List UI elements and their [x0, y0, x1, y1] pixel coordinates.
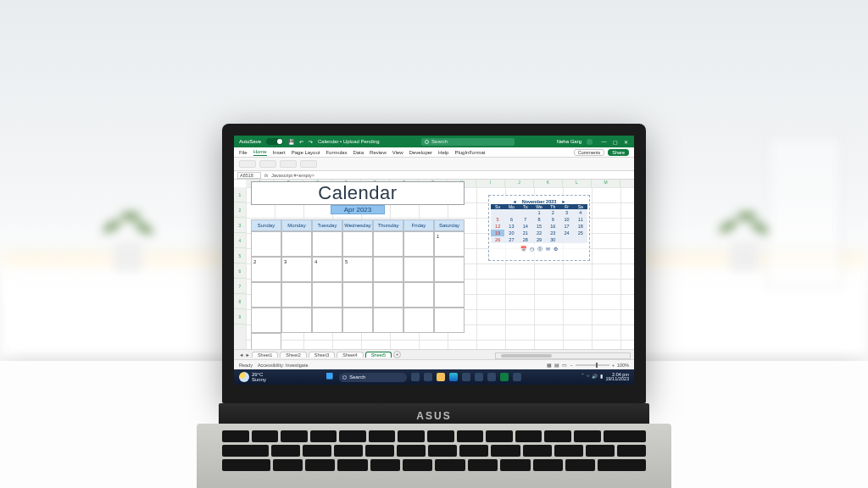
tab-file[interactable]: File	[239, 150, 248, 155]
zoom-slider[interactable]	[576, 364, 609, 366]
row-header[interactable]: 1	[234, 187, 246, 202]
date-picker-day[interactable]: 28	[519, 236, 532, 243]
sheet-tab[interactable]: Sheet2	[280, 352, 306, 358]
taskview-icon[interactable]	[411, 373, 420, 381]
row-header[interactable]: 2	[234, 202, 246, 218]
zoom-in-icon[interactable]: +	[612, 363, 615, 368]
add-sheet-button[interactable]: +	[393, 351, 401, 358]
ribbon-group[interactable]	[239, 160, 256, 168]
horizontal-scrollbar[interactable]	[495, 352, 631, 359]
calendar-cell[interactable]: 5	[342, 257, 373, 282]
sheet-tab[interactable]: Sheet5	[365, 352, 392, 358]
calendar-cell[interactable]	[281, 282, 312, 308]
date-picker-day[interactable]: 2	[546, 209, 559, 216]
sheet-nav-prev[interactable]: ◄	[239, 352, 243, 358]
calendar-cell[interactable]: 2	[251, 257, 281, 282]
ribbon-group[interactable]	[300, 160, 317, 168]
calendar-cell[interactable]	[251, 231, 281, 257]
date-picker-day[interactable]	[491, 209, 504, 216]
view-break-icon[interactable]: ▭	[562, 363, 567, 368]
calendar-cell[interactable]	[281, 231, 312, 257]
row-header[interactable]: 5	[234, 248, 246, 263]
date-picker-day[interactable]: 10	[559, 216, 573, 223]
calendar-cell[interactable]: 4	[312, 257, 342, 282]
date-picker-control-icon[interactable]: 📅	[520, 246, 526, 253]
date-picker-day[interactable]: 9	[546, 216, 559, 223]
date-picker-control-icon[interactable]: ⓪	[537, 246, 542, 253]
maximize-button[interactable]: ▢	[612, 139, 618, 145]
row-header[interactable]: 3	[234, 218, 246, 233]
worksheet-grid[interactable]: ABCDEFGHIJKLM 123456789 Calendar Apr 202…	[234, 180, 634, 369]
tab-plugin[interactable]: PlugInFormat	[454, 150, 485, 155]
calendar-cell[interactable]	[342, 231, 373, 257]
date-picker-day[interactable]: 13	[504, 223, 518, 230]
redo-icon[interactable]: ↷	[309, 139, 313, 145]
name-box[interactable]: A8518	[237, 172, 261, 179]
calendar-cell[interactable]	[251, 308, 281, 333]
calendar-cell[interactable]	[342, 282, 373, 308]
close-button[interactable]: ✕	[623, 139, 629, 145]
date-picker-day[interactable]	[559, 236, 573, 243]
ribbon-group[interactable]	[280, 160, 297, 168]
sheet-tab[interactable]: Sheet4	[337, 352, 363, 358]
date-picker-day[interactable]: 25	[574, 230, 587, 236]
date-picker-day[interactable]: 19	[491, 230, 504, 236]
calendar-cell[interactable]	[312, 308, 342, 333]
date-picker-day[interactable]: 1	[532, 209, 546, 216]
date-picker-day[interactable]: 20	[504, 230, 518, 236]
store-icon[interactable]	[462, 373, 470, 381]
tray-chevron-icon[interactable]: ˄	[581, 374, 584, 380]
tab-view[interactable]: View	[392, 150, 403, 155]
titlebar-search[interactable]: Search	[421, 138, 515, 146]
calendar-cell[interactable]	[373, 257, 403, 282]
tab-formulas[interactable]: Formulas	[326, 150, 347, 155]
taskbar-app-icon[interactable]	[475, 373, 483, 381]
calendar-cell[interactable]	[251, 282, 281, 308]
column-header[interactable]: I	[476, 180, 505, 187]
calendar-cell[interactable]: 3	[281, 257, 312, 282]
date-picker-day[interactable]: 17	[559, 223, 573, 230]
calendar-cell[interactable]	[373, 282, 403, 308]
calendar-cell[interactable]	[373, 231, 403, 257]
calendar-cell[interactable]	[342, 308, 373, 333]
taskbar-weather[interactable]: 29°C Sunny	[239, 372, 266, 382]
taskbar-app-icon[interactable]	[487, 373, 496, 381]
status-accessibility[interactable]: Accessibility: Investigate	[258, 363, 309, 368]
autosave-toggle[interactable]	[266, 138, 283, 145]
start-button[interactable]	[326, 373, 335, 381]
date-picker-day[interactable]: 23	[546, 230, 559, 236]
date-picker-day[interactable]	[574, 236, 587, 243]
tray-wifi-icon[interactable]: ⌔	[587, 374, 589, 380]
calendar-cell[interactable]: 1	[434, 231, 465, 257]
calendar-month[interactable]: Apr 2023	[331, 205, 385, 214]
undo-icon[interactable]: ↶	[299, 139, 303, 145]
date-picker-day[interactable]: 26	[491, 236, 504, 243]
share-button[interactable]: Share	[608, 149, 629, 156]
date-picker-day[interactable]: 29	[532, 236, 546, 243]
calendar-cell[interactable]	[403, 257, 434, 282]
date-picker-day[interactable]: 24	[559, 230, 573, 236]
date-picker-days[interactable]: 1234567891011121314151617181920212223242…	[491, 209, 587, 243]
date-picker-day[interactable]: 30	[546, 236, 559, 243]
date-picker-day[interactable]: 22	[532, 230, 546, 236]
calendar-cell[interactable]	[434, 257, 465, 282]
date-picker-day[interactable]: 3	[559, 209, 573, 216]
date-picker-day[interactable]: 21	[519, 230, 532, 236]
date-picker-day[interactable]: 18	[574, 223, 587, 230]
user-avatar[interactable]	[587, 139, 593, 145]
edge-icon[interactable]	[449, 373, 458, 381]
tab-data[interactable]: Data	[353, 150, 364, 155]
formula-text[interactable]: Javascript #<empty>	[271, 173, 314, 178]
row-header[interactable]: 6	[234, 263, 246, 279]
row-header[interactable]: 7	[234, 279, 246, 294]
date-picker-day[interactable]: 8	[532, 216, 546, 223]
row-headers[interactable]: 123456789	[234, 187, 246, 369]
date-picker-control-icon[interactable]: ⚙	[554, 246, 558, 253]
taskbar-clock[interactable]: 2:04 pm 19/11/2023	[605, 373, 629, 382]
calendar-cell[interactable]	[403, 308, 434, 333]
view-page-icon[interactable]: ▤	[554, 363, 559, 368]
comments-button[interactable]: Comments	[574, 149, 605, 156]
column-header[interactable]: J	[505, 180, 534, 187]
tab-help[interactable]: Help	[438, 150, 448, 155]
calendar-cell[interactable]	[373, 308, 403, 333]
